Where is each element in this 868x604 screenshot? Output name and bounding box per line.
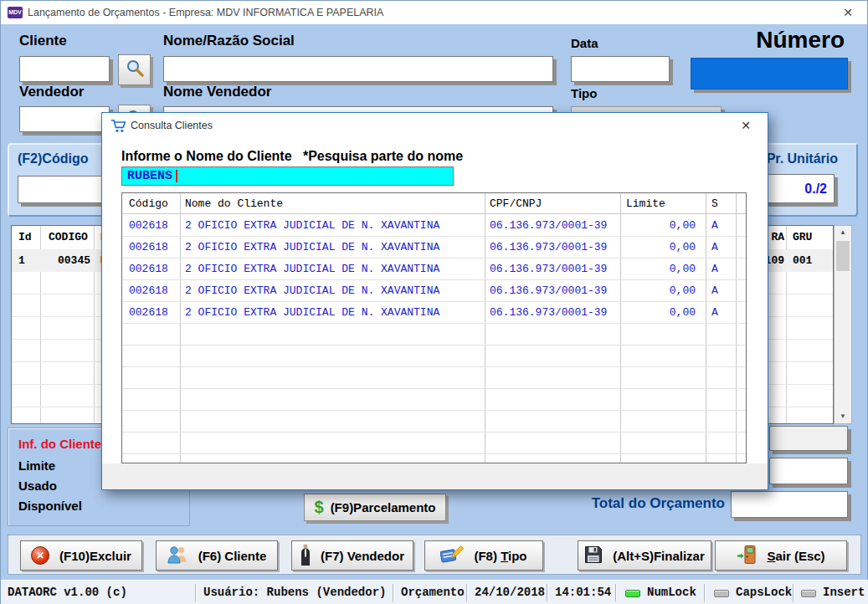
pr-unitario-label: Pr. Unitário (767, 151, 838, 166)
cell-s: A (711, 280, 718, 302)
numero-display (691, 58, 848, 90)
status-time: 14:01:54 (555, 581, 611, 604)
dialog-titlebar: Consulta Clientes ✕ (102, 113, 768, 138)
numero-label: Número (691, 27, 845, 54)
nome-razao-label: Nome/Razão Social (163, 33, 295, 49)
cell-s: A (711, 215, 718, 237)
cell-codigo: 002618 (129, 280, 168, 302)
col-codigo: CODIGO (49, 226, 88, 249)
vendedor-button[interactable]: (F7) Vendedor (291, 540, 413, 571)
col-nome: Nome do Cliente (185, 193, 283, 214)
cell-cpf: 06.136.973/0001-39 (490, 280, 607, 302)
status-insert: Insert (823, 581, 865, 604)
save-icon (584, 545, 603, 566)
status-date: 24/10/2018 (475, 581, 545, 604)
numlock-led-icon (625, 590, 640, 597)
status-numlock: NumLock (647, 581, 696, 604)
value-box-2 (769, 458, 848, 484)
cell-nome: 2 OFICIO EXTRA JUDICIAL DE N. XAVANTINA (185, 302, 439, 324)
dialog-footer-strip (102, 463, 768, 489)
cell-cpf: 06.136.973/0001-39 (490, 237, 607, 258)
cliente-search-button[interactable] (118, 54, 151, 85)
client-results-rows: 0026182 OFICIO EXTRA JUDICIAL DE N. XAVA… (122, 215, 746, 463)
cell-codigo: 002618 (129, 258, 168, 280)
parcelamento-button[interactable]: $ (F9)Parcelamento (304, 494, 446, 521)
client-search-input[interactable]: RUBENS (121, 166, 454, 186)
cell-codigo: 002618 (129, 302, 168, 324)
cell-nome: 2 OFICIO EXTRA JUDICIAL DE N. XAVANTINA (185, 280, 439, 302)
scrollbar-thumb[interactable] (836, 241, 850, 271)
cell-s: A (711, 258, 718, 280)
app-logo-icon: MDV (8, 7, 23, 18)
dollar-icon: $ (315, 498, 324, 517)
search-prompt-label: Informe o Nome do Cliente *Pesquisa part… (121, 149, 463, 164)
scroll-down-icon[interactable]: ▼ (835, 410, 851, 423)
dialog-title: Consulta Clientes (131, 113, 213, 138)
window-close-button[interactable]: ✕ (835, 1, 860, 24)
cell-limite: 0,00 (622, 258, 696, 280)
client-result-row[interactable]: 0026182 OFICIO EXTRA JUDICIAL DE N. XAVA… (122, 280, 746, 302)
limite-label: Limite (18, 458, 55, 473)
dialog-close-button[interactable]: ✕ (734, 113, 758, 138)
col-grupo: GRU (793, 226, 812, 249)
excluir-button[interactable]: ✕ (F10)Excluir (20, 540, 142, 571)
client-results-grid[interactable]: Código Nome do Cliente CPF/CNPJ Limite S… (121, 192, 747, 463)
window-title: Lançamento de Orçamentos - Empresa: MDV … (28, 1, 383, 24)
window-titlebar: MDV Lançamento de Orçamentos - Empresa: … (1, 1, 867, 24)
data-input[interactable] (571, 56, 670, 82)
search-text: RUBENS (127, 169, 172, 183)
value-box-1 (769, 426, 848, 451)
tipo-label: Tipo (571, 86, 597, 100)
items-grid-scrollbar[interactable]: ▲ ▼ (834, 225, 852, 424)
capslock-led-icon (714, 590, 729, 597)
cell-limite: 0,00 (622, 280, 696, 302)
data-label: Data (571, 36, 598, 50)
cliente-button[interactable]: (F6) Cliente (156, 540, 278, 571)
cell-codigo: 002618 (129, 237, 168, 258)
cell-nome: 2 OFICIO EXTRA JUDICIAL DE N. XAVANTINA (185, 258, 439, 280)
cell-nome: 2 OFICIO EXTRA JUDICIAL DE N. XAVANTINA (185, 215, 439, 237)
col-cpf-cnpj: CPF/CNPJ (490, 193, 542, 214)
col-id: Id (18, 226, 32, 249)
cell-s: A (711, 302, 718, 324)
clients-icon (167, 545, 188, 566)
parcelamento-label: (F9)Parcelamento (331, 500, 436, 514)
sair-button[interactable]: Sair (Esc) (715, 540, 847, 571)
status-capslock: CapsLock (736, 581, 792, 604)
orcamento-window: MDV Lançamento de Orçamentos - Empresa: … (0, 0, 868, 604)
client-result-row[interactable]: 0026182 OFICIO EXTRA JUDICIAL DE N. XAVA… (122, 302, 746, 324)
cell-cpf: 06.136.973/0001-39 (490, 258, 607, 280)
status-user: Usuário: Rubens (Vendedor) (203, 581, 386, 604)
nome-razao-input[interactable] (163, 56, 553, 82)
cell-cpf: 06.136.973/0001-39 (490, 302, 607, 324)
client-info-title: Inf. do Cliente (18, 437, 101, 451)
cell-s: A (711, 237, 718, 258)
cell-cpf: 06.136.973/0001-39 (490, 215, 607, 237)
client-result-row[interactable]: 0026182 OFICIO EXTRA JUDICIAL DE N. XAVA… (122, 215, 746, 237)
cell-codigo: 002618 (129, 215, 168, 237)
client-result-row[interactable]: 0026182 OFICIO EXTRA JUDICIAL DE N. XAVA… (122, 237, 746, 258)
exit-door-icon (737, 545, 757, 567)
disponivel-label: Disponível (18, 499, 82, 513)
f2-codigo-label: (F2)Código (18, 151, 88, 166)
cell-codigo: 00345 (40, 249, 90, 272)
tipo-button[interactable]: (F8) Tipo (424, 540, 543, 571)
text-caret (176, 170, 177, 182)
cell-limite: 0,00 (622, 302, 696, 324)
delete-icon: ✕ (31, 546, 49, 565)
client-result-row[interactable]: 0026182 OFICIO EXTRA JUDICIAL DE N. XAVA… (122, 258, 746, 280)
col-codigo: Código (129, 193, 168, 214)
search-icon (125, 59, 145, 82)
scroll-up-icon[interactable]: ▲ (835, 226, 851, 239)
client-grid-header: Código Nome do Cliente CPF/CNPJ Limite S (122, 193, 746, 214)
footer-button-bar: ✕ (F10)Excluir (F6) Cliente (F7) Vendedo… (8, 535, 861, 575)
status-app-version: DATAORC v1.00 (c) (8, 581, 127, 604)
vendedor-input[interactable] (19, 106, 110, 132)
cart-icon (110, 118, 126, 136)
col-limite: Limite (626, 193, 665, 214)
total-orcamento-input[interactable] (731, 491, 848, 518)
cell-limite: 0,00 (622, 215, 696, 237)
finalizar-button[interactable]: (Alt+S)Finalizar (578, 540, 711, 571)
nome-vendedor-label: Nome Vendedor (163, 84, 271, 100)
cliente-input[interactable] (19, 56, 110, 82)
